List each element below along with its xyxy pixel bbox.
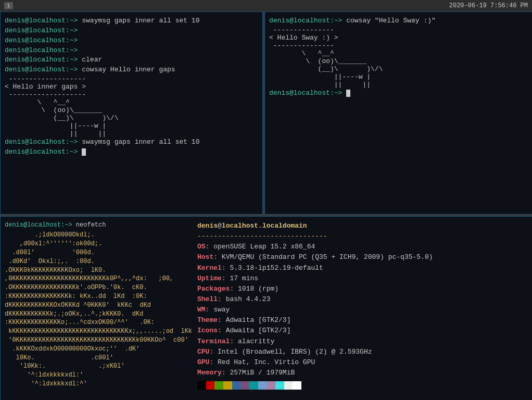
tl-line-4: denis@localhost:~> [5,46,258,56]
nf-field-uptime: Uptime: 17 mins [197,273,529,284]
terminal-bottom[interactable]: denis@localhost:~> neofetch .;ldkO0000Ok… [0,216,532,400]
tl-line-3: denis@localhost:~> [5,36,258,46]
top-bar: 1 2020-06-19 7:56:46 PM [0,0,532,11]
tl-line-2: denis@localhost:~> [5,26,258,36]
swatch-lightblue [258,381,267,390]
nf-prompt: denis@localhost:~> neofetch [5,221,189,230]
nf-field-memory: Memory: 257MiB / 1979MiB [197,368,529,378]
workspace-badge[interactable]: 1 [4,2,13,9]
tl-line-8: denis@localhost:~> [5,147,258,157]
swatch-purple [240,381,249,390]
color-bar [197,381,301,390]
tr-cow-art: --------------- < Hello Sway :) > ------… [269,26,529,89]
nf-separator: -------------------------------- [197,231,529,242]
nf-field-icons: Icons: Adwaita [GTK2/3] [197,326,529,336]
nf-field-kernel: Kernel: 5.3.18-lp152.19-default [197,263,529,273]
nf-field-os: OS: openSUSE Leap 15.2 x86_64 [197,242,529,252]
swatch-blue [232,381,241,390]
swatch-teal [275,381,284,390]
nf-field-gpu: GPU: Red Hat, Inc. Virtio GPU [197,357,529,368]
nf-field-wm: WM: sway [197,305,529,315]
nf-field-shell: Shell: bash 4.4.23 [197,294,529,305]
tl-cow-art: ------------------- < Hello inner gaps >… [5,75,258,138]
neofetch-art: denis@localhost:~> neofetch .;ldkO0000Ok… [1,217,193,400]
nf-field-packages: Packages: 1018 (rpm) [197,284,529,294]
nf-field-terminal: Terminal: alacritty [197,336,529,347]
tl-line-5: denis@localhost:~> clear [5,55,258,65]
swatch-bright-white [293,381,301,390]
tr-line-1: denis@localhost:~> cowsay "Hello Sway :)… [269,16,529,26]
swatch-red [206,381,215,390]
nf-field-theme: Theme: Adwaita [GTK2/3] [197,315,529,326]
swatch-lightpurple [267,381,275,390]
nf-field-cpu: CPU: Intel (Broadwell, IBRS) (2) @ 2.593… [197,347,529,357]
top-bar-left: 1 [4,2,13,9]
tl-line-6: denis@localhost:~> cowsay Hello inner ga… [5,65,258,75]
swatch-green [214,381,223,390]
neofetch-info: denis@localhost.localdomain ------------… [193,217,532,400]
terminal-top-right[interactable]: denis@localhost:~> cowsay "Hello Sway :)… [264,11,532,215]
swatch-black [197,381,206,390]
tl-line-1: denis@localhost:~> swaymsg gaps inner al… [5,16,258,26]
main-area: denis@localhost:~> swaymsg gaps inner al… [0,11,532,400]
nf-field-host: Host: KVM/QEMU (Standard PC (Q35 + ICH9,… [197,252,529,262]
nf-userhost: denis@localhost.localdomain [197,221,529,231]
swatch-white [284,381,293,390]
tl-line-7: denis@localhost:~> swaymsg gaps inner al… [5,138,258,147]
datetime: 2020-06-19 7:56:46 PM [449,2,528,9]
tr-prompt-cursor: denis@localhost:~> [269,89,529,98]
swatch-cyan [249,381,258,390]
terminal-top-left[interactable]: denis@localhost:~> swaymsg gaps inner al… [0,11,263,215]
swatch-yellow [223,381,232,390]
